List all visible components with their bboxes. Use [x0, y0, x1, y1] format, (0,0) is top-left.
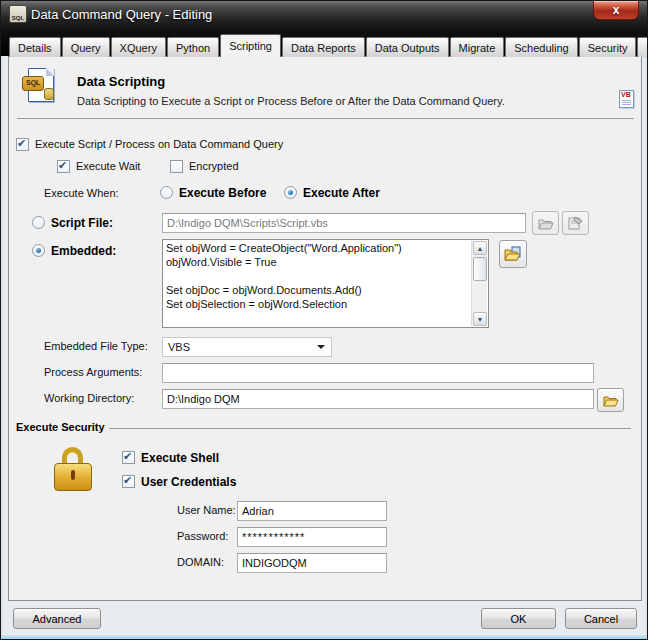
- user-credentials-label: User Credentials: [141, 475, 236, 489]
- window-frame-bottom: [1, 635, 647, 639]
- tab-xquery[interactable]: XQuery: [111, 37, 166, 57]
- execute-script-label: Execute Script / Process on Data Command…: [35, 138, 283, 150]
- dialog-window: SQL Data Command Query - Editing x Detai…: [0, 0, 648, 640]
- group-divider: [109, 428, 631, 429]
- scripting-tab-panel: SQL Data Scripting Data Scripting to Exe…: [8, 56, 642, 601]
- encrypted-checkbox[interactable]: [170, 160, 183, 173]
- embedded-radio[interactable]: [32, 244, 45, 257]
- tab-scripting[interactable]: Scripting: [220, 34, 281, 57]
- embedded-script-editor[interactable]: Set objWord = CreateObject("Word.Applica…: [162, 239, 489, 328]
- embedded-file-type-select[interactable]: VBS: [162, 337, 332, 357]
- working-directory-input[interactable]: [162, 389, 594, 409]
- process-arguments-input[interactable]: [162, 363, 594, 383]
- embedded-load-file-button[interactable]: [499, 240, 527, 268]
- tab-log[interactable]: Log: [637, 37, 648, 57]
- open-folder-icon: [538, 217, 554, 230]
- open-file-icon: [504, 246, 522, 262]
- execute-script-checkbox[interactable]: [16, 138, 29, 151]
- embedded-label: Embedded:: [51, 244, 116, 258]
- open-folder-icon: [603, 394, 619, 407]
- lock-icon: [54, 447, 92, 493]
- script-file-input[interactable]: [162, 213, 526, 233]
- tab-migrate[interactable]: Migrate: [450, 37, 505, 57]
- scroll-up-icon[interactable]: ▲: [473, 241, 487, 255]
- password-label: Password:: [177, 530, 228, 542]
- tab-python[interactable]: Python: [167, 37, 219, 57]
- tab-query[interactable]: Query: [62, 37, 110, 57]
- close-button[interactable]: x: [593, 1, 639, 20]
- user-name-label: User Name:: [177, 504, 236, 516]
- encrypted-label: Encrypted: [189, 160, 239, 172]
- cancel-button[interactable]: Cancel: [565, 608, 637, 629]
- script-file-label: Script File:: [51, 216, 113, 230]
- tab-data-outputs[interactable]: Data Outputs: [366, 37, 449, 57]
- user-credentials-checkbox[interactable]: [122, 475, 135, 488]
- working-directory-label: Working Directory:: [44, 392, 134, 404]
- embedded-file-type-value: VBS: [168, 341, 190, 353]
- execute-when-label: Execute When:: [44, 187, 119, 199]
- page-title: Data Scripting: [77, 74, 165, 89]
- working-directory-browse-button[interactable]: [597, 388, 624, 412]
- execute-after-radio[interactable]: [284, 186, 297, 199]
- editor-scrollbar[interactable]: ▲ ▼: [471, 241, 487, 326]
- execute-before-label: Execute Before: [179, 186, 266, 200]
- execute-after-label: Execute After: [303, 186, 380, 200]
- tab-data-reports[interactable]: Data Reports: [282, 37, 365, 57]
- header-divider: [17, 118, 634, 119]
- tab-security[interactable]: Security: [579, 37, 637, 57]
- tab-details[interactable]: Details: [9, 37, 61, 57]
- ok-button[interactable]: OK: [481, 608, 556, 629]
- page-subtitle: Data Scripting to Execute a Script or Pr…: [77, 95, 505, 107]
- script-file-edit-button[interactable]: [562, 211, 589, 235]
- data-scripting-icon: SQL: [22, 68, 58, 106]
- process-arguments-label: Process Arguments:: [44, 366, 142, 378]
- script-file-radio[interactable]: [32, 216, 45, 229]
- execute-security-group-label: Execute Security: [16, 421, 105, 433]
- execute-before-radio[interactable]: [160, 186, 173, 199]
- tab-scheduling[interactable]: Scheduling: [505, 37, 577, 57]
- advanced-button[interactable]: Advanced: [13, 608, 101, 629]
- user-name-input[interactable]: [237, 501, 387, 521]
- window-frame-left: [1, 56, 7, 635]
- scroll-down-icon[interactable]: ▼: [473, 312, 487, 326]
- sql-app-icon: SQL: [9, 5, 27, 23]
- window-title: Data Command Query - Editing: [31, 7, 212, 22]
- embedded-script-text[interactable]: Set objWord = CreateObject("Word.Applica…: [166, 241, 468, 326]
- execute-wait-checkbox[interactable]: [57, 160, 70, 173]
- chevron-down-icon: [317, 345, 325, 353]
- password-input[interactable]: [237, 527, 387, 547]
- scroll-thumb[interactable]: [473, 257, 487, 281]
- execute-shell-label: Execute Shell: [141, 451, 219, 465]
- script-file-browse-button[interactable]: [532, 211, 559, 235]
- execute-wait-label: Execute Wait: [76, 160, 140, 172]
- embedded-file-type-label: Embedded File Type:: [44, 340, 148, 352]
- domain-input[interactable]: [237, 553, 387, 573]
- tab-strip: Details Query XQuery Python Scripting Da…: [9, 34, 648, 57]
- script-edit-icon: [568, 216, 583, 230]
- domain-label: DOMAIN:: [177, 556, 224, 568]
- vbscript-file-icon: VB: [619, 90, 634, 108]
- execute-shell-checkbox[interactable]: [122, 451, 135, 464]
